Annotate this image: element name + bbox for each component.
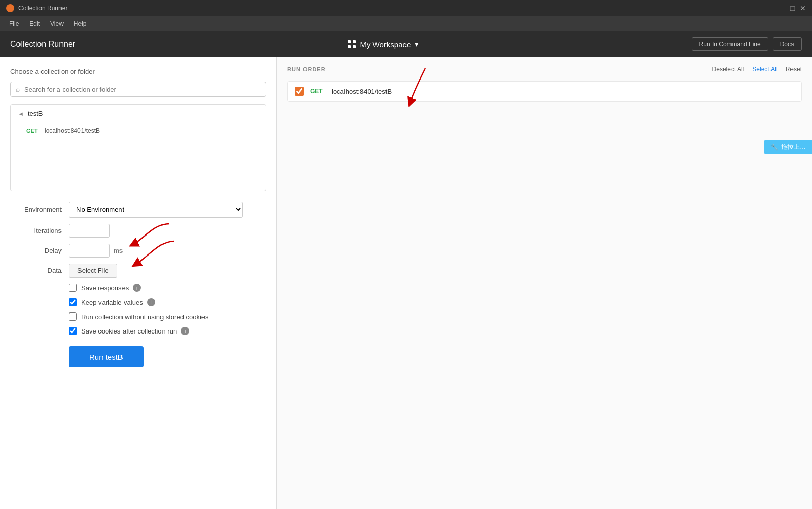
run-item-checkbox[interactable] [295, 87, 304, 96]
list-item[interactable]: GET localhost:8401/testB [11, 123, 266, 139]
header-right-buttons: Run In Command Line Docs [692, 37, 802, 51]
floating-icon: 🔧 [770, 144, 778, 151]
workspace-icon [348, 40, 356, 48]
checkbox-no-cookies-row: Run collection without using stored cook… [10, 312, 266, 321]
delay-row: Delay 300 ms [10, 244, 266, 258]
maximize-button[interactable]: □ [789, 5, 796, 11]
menu-edit[interactable]: Edit [24, 18, 45, 29]
run-order-header: RUN ORDER Deselect All Select All Reset [287, 66, 802, 73]
workspace-label: My Workspace [360, 40, 411, 49]
method-badge: GET [26, 128, 40, 134]
environment-row: Environment No Environment [10, 202, 266, 218]
no-cookies-checkbox[interactable] [69, 312, 77, 321]
choose-label: Choose a collection or folder [10, 68, 266, 75]
keep-variables-label: Keep variable values [81, 299, 143, 306]
checkbox-save-cookies-row: Save cookies after collection run i [10, 327, 266, 335]
no-cookies-label: Run collection without using stored cook… [81, 313, 209, 321]
checkbox-keep-variables-row: Keep variable values i [10, 298, 266, 306]
floating-label: 拖拉上… [781, 143, 806, 151]
workspace-selector[interactable]: My Workspace ▾ [75, 40, 691, 49]
run-item-url: localhost:8401/testB [332, 88, 392, 95]
reset-link[interactable]: Reset [786, 66, 802, 73]
select-file-button[interactable]: Select File [69, 264, 117, 278]
close-button[interactable]: ✕ [800, 5, 806, 11]
save-cookies-label: Save cookies after collection run [81, 327, 177, 335]
save-cookies-info-icon[interactable]: i [181, 327, 189, 335]
iterations-label: Iterations [10, 227, 62, 234]
left-panel: Choose a collection or folder ⌕ ◄ testB … [0, 57, 277, 509]
collection-arrow-icon: ◄ [18, 111, 24, 117]
delay-input[interactable]: 300 [69, 244, 110, 258]
command-line-button[interactable]: Run In Command Line [692, 37, 768, 51]
menu-help[interactable]: Help [69, 18, 92, 29]
workspace-chevron: ▾ [415, 40, 419, 49]
deselect-all-link[interactable]: Deselect All [712, 66, 744, 73]
run-order-title: RUN ORDER [287, 66, 712, 72]
keep-variables-info-icon[interactable]: i [147, 298, 155, 306]
environment-select[interactable]: No Environment [69, 202, 243, 218]
header-app-name: Collection Runner [10, 40, 75, 49]
minimize-button[interactable]: — [779, 5, 785, 11]
search-box: ⌕ [10, 82, 266, 97]
collection-list: ◄ testB GET localhost:8401/testB [10, 104, 266, 191]
run-item: GET localhost:8401/testB [287, 81, 802, 102]
data-row: Data Select File [10, 264, 266, 278]
select-all-link[interactable]: Select All [752, 66, 777, 73]
docs-button[interactable]: Docs [773, 37, 802, 51]
menu-bar: File Edit View Help [0, 16, 812, 31]
save-responses-label: Save responses [81, 284, 129, 292]
run-order-actions: Deselect All Select All Reset [712, 66, 802, 73]
run-item-method: GET [310, 88, 326, 95]
search-input[interactable] [24, 86, 260, 93]
iterations-row: Iterations 20 [10, 224, 266, 238]
window-controls: — □ ✕ [779, 5, 806, 11]
save-cookies-checkbox[interactable] [69, 327, 77, 335]
delay-unit: ms [114, 247, 123, 254]
main-layout: Choose a collection or folder ⌕ ◄ testB … [0, 57, 812, 509]
checkbox-save-responses-row: Save responses i [10, 284, 266, 292]
item-url: localhost:8401/testB [45, 127, 100, 134]
delay-label: Delay [10, 247, 62, 254]
keep-variables-checkbox[interactable] [69, 298, 77, 306]
collection-name: testB [28, 110, 43, 118]
save-responses-checkbox[interactable] [69, 284, 77, 292]
app-icon [6, 4, 14, 12]
save-responses-info-icon[interactable]: i [133, 284, 141, 292]
run-button[interactable]: Run testB [69, 346, 144, 367]
header: Collection Runner My Workspace ▾ Run In … [0, 31, 812, 57]
collection-header[interactable]: ◄ testB [11, 105, 266, 123]
floating-side-button[interactable]: 🔧 拖拉上… [764, 140, 812, 154]
menu-view[interactable]: View [45, 18, 69, 29]
menu-file[interactable]: File [4, 18, 24, 29]
title-bar: Collection Runner — □ ✕ [0, 0, 812, 16]
search-icon: ⌕ [16, 85, 20, 93]
iterations-input[interactable]: 20 [69, 224, 110, 238]
title-bar-label: Collection Runner [18, 5, 779, 12]
data-label: Data [10, 267, 62, 275]
environment-label: Environment [10, 206, 62, 213]
right-panel: RUN ORDER Deselect All Select All Reset … [277, 57, 812, 509]
